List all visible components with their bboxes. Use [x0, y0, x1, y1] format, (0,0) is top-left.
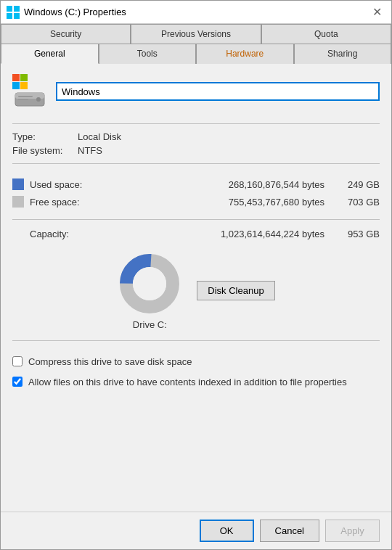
used-space-row: Used space: 268,160,876,544 bytes 249 GB	[12, 176, 380, 193]
svg-point-15	[133, 267, 166, 300]
divider-4	[12, 340, 380, 341]
svg-rect-0	[7, 6, 12, 12]
used-color-indicator	[12, 178, 24, 190]
type-label: Type:	[12, 131, 78, 142]
tab-hardware[interactable]: Hardware	[196, 44, 294, 64]
space-rows: Used space: 268,160,876,544 bytes 249 GB…	[12, 176, 380, 210]
svg-rect-7	[20, 82, 28, 89]
cancel-button[interactable]: Cancel	[260, 520, 319, 542]
svg-rect-3	[14, 13, 20, 19]
index-checkbox[interactable]	[12, 377, 23, 387]
tab-row-2: General Tools Hardware Sharing	[1, 44, 391, 64]
free-label: Free space:	[30, 197, 88, 208]
svg-rect-1	[14, 6, 20, 12]
compress-checkbox-row: Compress this drive to save disk space	[12, 356, 380, 369]
drive-name-input[interactable]	[56, 82, 380, 101]
used-gb: 249 GB	[336, 179, 380, 190]
svg-rect-5	[20, 74, 28, 81]
type-value: Local Disk	[78, 131, 121, 142]
svg-rect-11	[18, 96, 33, 97]
title-text: Windows (C:) Properties	[24, 7, 126, 17]
svg-rect-12	[18, 99, 28, 100]
tab-security[interactable]: Security	[1, 24, 131, 44]
svg-rect-6	[12, 82, 20, 89]
svg-rect-4	[12, 74, 20, 81]
svg-point-10	[36, 97, 41, 102]
drive-icon	[12, 74, 47, 109]
compress-checkbox[interactable]	[12, 356, 23, 366]
drive-icon-svg	[12, 74, 47, 109]
tab-tools[interactable]: Tools	[99, 44, 197, 64]
drive-c-label: Drive C:	[133, 319, 167, 330]
fs-row: File system: NTFS	[12, 144, 380, 157]
capacity-row: Capacity: 1,023,614,644,224 bytes 953 GB	[12, 226, 380, 242]
svg-rect-2	[7, 13, 12, 19]
donut-chart	[117, 251, 182, 316]
fs-label: File system:	[12, 145, 78, 156]
fs-value: NTFS	[78, 145, 102, 156]
window: Windows (C:) Properties ✕ Security Previ…	[0, 0, 392, 550]
tab-previous-versions[interactable]: Previous Versions	[131, 24, 261, 44]
title-bar: Windows (C:) Properties ✕	[1, 1, 391, 24]
title-bar-left: Windows (C:) Properties	[7, 6, 126, 19]
divider-3	[12, 219, 380, 220]
used-bytes: 268,160,876,544 bytes	[88, 179, 336, 190]
capacity-gb: 953 GB	[336, 229, 380, 239]
tab-row-1: Security Previous Versions Quota	[1, 24, 391, 44]
close-button[interactable]: ✕	[368, 4, 385, 21]
capacity-bytes: 1,023,614,644,224 bytes	[82, 229, 336, 239]
capacity-label: Capacity:	[30, 229, 82, 239]
used-label: Used space:	[30, 179, 88, 190]
checkboxes-section: Compress this drive to save disk space A…	[12, 356, 380, 389]
ok-button[interactable]: OK	[200, 520, 254, 542]
drive-header	[12, 74, 380, 109]
windows-logo-icon	[7, 6, 20, 19]
compress-label: Compress this drive to save disk space	[28, 356, 192, 369]
divider-2	[12, 163, 380, 164]
bottom-buttons: OK Cancel Apply	[1, 512, 391, 549]
index-label: Allow files on this drive to have conten…	[28, 376, 347, 389]
free-bytes: 755,453,767,680 bytes	[88, 197, 336, 208]
main-content: Type: Local Disk File system: NTFS Used …	[1, 64, 391, 512]
tab-sharing[interactable]: Sharing	[294, 44, 392, 64]
free-color-indicator	[12, 196, 24, 208]
free-space-row: Free space: 755,453,767,680 bytes 703 GB	[12, 193, 380, 210]
divider-1	[12, 123, 380, 124]
apply-button[interactable]: Apply	[325, 520, 380, 542]
tab-quota[interactable]: Quota	[261, 24, 391, 44]
type-row: Type: Local Disk	[12, 130, 380, 144]
free-gb: 703 GB	[336, 197, 380, 208]
disk-visual: Drive C:	[117, 251, 182, 330]
tab-general[interactable]: General	[1, 44, 99, 64]
disk-cleanup-button[interactable]: Disk Cleanup	[197, 281, 274, 300]
index-checkbox-row: Allow files on this drive to have conten…	[12, 376, 380, 389]
